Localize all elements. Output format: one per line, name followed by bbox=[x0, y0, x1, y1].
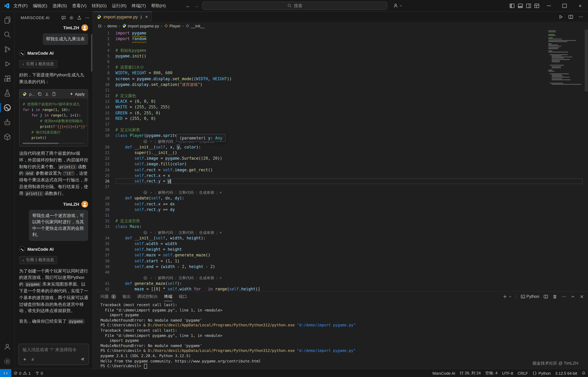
status-item--4[interactable]: 空格: 4 bbox=[483, 370, 500, 376]
close-panel-icon[interactable] bbox=[579, 294, 584, 299]
maximize-button[interactable] bbox=[556, 0, 572, 11]
terminal-output[interactable]: Traceback (most recent call last): File … bbox=[93, 301, 588, 369]
panel-more-icon[interactable] bbox=[561, 294, 566, 299]
lens-close-icon[interactable]: × bbox=[219, 190, 222, 195]
lens-close-icon[interactable]: × bbox=[219, 230, 222, 235]
copy-icon[interactable] bbox=[37, 92, 42, 96]
code-block-scrollbar[interactable] bbox=[23, 143, 85, 144]
code-line-22[interactable]: 22 self.image = pygame.Surface((20, 20)) bbox=[93, 155, 588, 161]
lens-action[interactable]: 解释代码 bbox=[158, 190, 173, 195]
sidebar-item-run-debug[interactable] bbox=[0, 57, 14, 71]
code-line-14[interactable]: 14WHITE = (255, 255, 255) bbox=[93, 104, 588, 110]
code-line-2[interactable]: 2import random bbox=[93, 36, 588, 42]
close-button[interactable]: × bbox=[572, 0, 588, 11]
panel-tab-4[interactable]: 端口 bbox=[179, 292, 187, 301]
marscode-lens-icon[interactable] bbox=[143, 190, 147, 195]
split-terminal-icon[interactable] bbox=[543, 294, 548, 299]
account-icon[interactable] bbox=[0, 340, 14, 354]
lens-action[interactable]: 解释代码 bbox=[158, 275, 173, 281]
forward-icon[interactable]: → bbox=[194, 3, 199, 8]
problems-status[interactable]: 0 1 bbox=[11, 371, 33, 375]
settings-gear-icon[interactable] bbox=[0, 354, 14, 369]
panel-tab-3[interactable]: 终端 bbox=[164, 292, 172, 301]
code-line-37[interactable]: 37 self.maze = self.generate_maze() bbox=[93, 252, 588, 258]
toggle-panel-icon[interactable] bbox=[516, 0, 524, 11]
panel-tab-0[interactable]: 问题1 bbox=[100, 292, 116, 301]
code-line-30[interactable]: 30 self.rect.y += dy bbox=[93, 207, 588, 212]
split-editor-icon[interactable] bbox=[568, 14, 573, 19]
breadcrumb-item-2[interactable]: import pygame.py bbox=[122, 24, 159, 28]
status-item-marscode-ai[interactable]: MarsCode AI bbox=[430, 371, 457, 375]
kill-terminal-icon[interactable] bbox=[552, 294, 557, 299]
code-line-32[interactable]: 32# 定义迷宫类 bbox=[93, 218, 588, 224]
chat-input[interactable]: 输入消息或者 "/" 来选择指令 bbox=[23, 347, 85, 353]
code-line-7[interactable]: 7# 设置窗口大小 bbox=[93, 64, 588, 70]
lens-action[interactable]: 生成单测 bbox=[199, 230, 214, 235]
sidebar-item-search[interactable] bbox=[0, 27, 14, 42]
menu-item-5[interactable]: 运行(R) bbox=[109, 0, 129, 11]
context-icon[interactable]: # bbox=[32, 357, 34, 361]
code-line-33[interactable]: 33class Maze: bbox=[93, 224, 588, 230]
code-line-15[interactable]: 15GREEN = (0, 255, 0) bbox=[93, 110, 588, 116]
new-file-icon[interactable] bbox=[52, 92, 56, 96]
code-line-26[interactable]: 26 self.rect.y = y bbox=[93, 178, 588, 184]
code-line-35[interactable]: 35 self.width = width bbox=[93, 241, 588, 247]
status-item-bell[interactable] bbox=[579, 371, 588, 375]
code-line-27[interactable]: 27 bbox=[93, 184, 588, 190]
status-item--26-24[interactable]: 行 26, 列 24 bbox=[457, 370, 483, 376]
code-line-3[interactable]: 3 bbox=[93, 42, 588, 47]
code-line-20[interactable]: 20 def __init__(self, x, y, color): bbox=[93, 144, 588, 150]
maximize-panel-icon[interactable] bbox=[570, 294, 575, 299]
code-line-16[interactable]: 16RED = (255, 0, 0) bbox=[93, 116, 588, 121]
code-line-4[interactable]: 4# 初始化pygame bbox=[93, 47, 588, 53]
tab-import-pygame[interactable]: import pygame.py 1 × bbox=[93, 12, 152, 22]
status-item-python[interactable]: {}Python bbox=[530, 371, 553, 375]
terminal-instance[interactable]: Python bbox=[520, 294, 539, 299]
code-line-11[interactable]: 11 bbox=[93, 87, 588, 93]
reference-toggle[interactable]: ›引用 1 相关信息 bbox=[19, 256, 58, 264]
marscode-lens-icon[interactable] bbox=[143, 139, 147, 143]
more-actions-icon[interactable] bbox=[578, 14, 583, 19]
code-line-8[interactable]: 8WIDTH, HEIGHT = 800, 600 bbox=[93, 70, 588, 76]
panel-tab-1[interactable]: 输出 bbox=[122, 292, 131, 301]
code-line-42[interactable]: 42 maze = [[0] * self.width for _ in ran… bbox=[93, 286, 588, 291]
share-icon[interactable] bbox=[77, 15, 82, 20]
lens-action[interactable]: 注释代码 bbox=[179, 275, 194, 281]
reference-toggle[interactable]: ›引用 1 相关信息 bbox=[19, 60, 58, 68]
sidebar-item-marscode-ai[interactable] bbox=[0, 100, 14, 115]
lens-action[interactable]: 注释代码 bbox=[179, 190, 194, 195]
ports-status[interactable]: 0 bbox=[33, 371, 45, 375]
code-line-18[interactable]: 18# 定义玩家类 bbox=[93, 127, 588, 133]
editor-scrollbar[interactable] bbox=[585, 30, 588, 91]
sidebar-item-explorer[interactable] bbox=[0, 13, 14, 27]
status-item-3-12-5-64-bit[interactable]: 3.12.5 64-bit bbox=[553, 371, 579, 375]
code-line-13[interactable]: 13BLACK = (0, 0, 0) bbox=[93, 99, 588, 104]
lens-action[interactable]: 注释代码 bbox=[179, 230, 194, 235]
run-file-icon[interactable] bbox=[558, 14, 563, 19]
code-line-24[interactable]: 24 self.rect = self.image.get_rect() bbox=[93, 167, 588, 173]
code-line-21[interactable]: 21 super().__init__() bbox=[93, 150, 588, 155]
code-line-25[interactable]: 25 self.rect.x = x bbox=[93, 173, 588, 178]
lens-action[interactable]: 解释代码 bbox=[158, 139, 173, 144]
new-terminal-button[interactable] bbox=[502, 294, 512, 299]
code-area[interactable]: 1import pygame2import random34# 初始化pygam… bbox=[93, 30, 588, 291]
minimap[interactable] bbox=[548, 30, 584, 291]
tab-close-icon[interactable]: × bbox=[145, 14, 148, 19]
code-line-10[interactable]: 10pygame.display.set_caption("迷宫游戏") bbox=[93, 82, 588, 87]
code-line-5[interactable]: 5pygame.init() bbox=[93, 53, 588, 59]
lens-action[interactable]: 解释代码 bbox=[158, 230, 173, 235]
lens-close-icon[interactable]: × bbox=[219, 275, 222, 281]
menu-item-0[interactable]: 文件(F) bbox=[11, 0, 30, 11]
menu-item-1[interactable]: 编辑(E) bbox=[30, 0, 50, 11]
account-menu[interactable] bbox=[393, 3, 402, 8]
chat-composer[interactable]: 输入消息或者 "/" 来选择指令 # bbox=[18, 344, 89, 365]
more-icon[interactable] bbox=[85, 15, 90, 20]
menu-item-2[interactable]: 选择(S) bbox=[50, 0, 70, 11]
insert-icon[interactable] bbox=[44, 92, 49, 96]
code-line-38[interactable]: 38 self.start = (1, 1) bbox=[93, 258, 588, 264]
sidebar-item-source-control[interactable] bbox=[0, 42, 14, 57]
status-item-crlf[interactable]: CRLF bbox=[516, 371, 530, 375]
code-line-39[interactable]: 39 self.end = (width - 2, height - 2) bbox=[93, 264, 588, 269]
toggle-secondary-sidebar-icon[interactable] bbox=[524, 0, 533, 11]
menu-item-3[interactable]: 查看(V) bbox=[70, 0, 89, 11]
